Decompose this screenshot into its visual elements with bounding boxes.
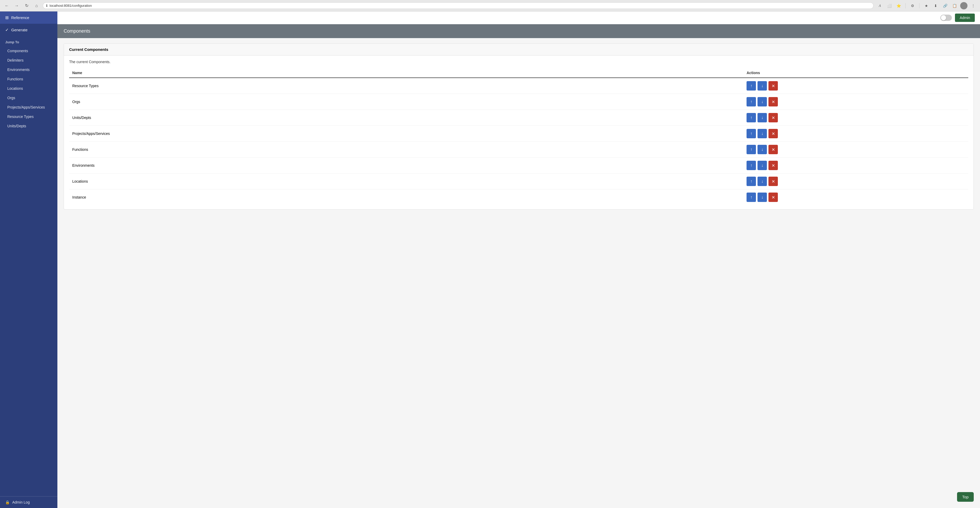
move-up-button[interactable]: ↑ [746, 129, 756, 138]
card-description: The current Components. [69, 60, 968, 64]
component-actions: ↑↓✕ [743, 94, 968, 110]
remove-button[interactable]: ✕ [768, 97, 778, 107]
sidebar: ⊞ Reference ✓ Generate Jump To Component… [0, 11, 57, 508]
move-up-button[interactable]: ↑ [746, 161, 756, 170]
action-buttons: ↑↓✕ [746, 129, 965, 138]
divider-1 [905, 3, 906, 8]
sidebar-bottom: 🔒 Admin Log [0, 496, 57, 508]
sidebar-item-delimiters[interactable]: Delimiters [0, 56, 57, 65]
browser-icon-6[interactable]: ⬇ [932, 2, 939, 10]
url-bar[interactable]: ℹ localhost:8081/configuration [43, 2, 873, 9]
sidebar-item-locations[interactable]: Locations [0, 84, 57, 93]
col-actions-header: Actions [743, 68, 968, 78]
col-name-header: Name [69, 68, 743, 78]
browser-icon-2[interactable]: ⬜ [886, 2, 893, 10]
sidebar-item-components[interactable]: Components [0, 46, 57, 56]
move-down-button[interactable]: ↓ [757, 193, 767, 202]
component-name: Projects/Apps/Services [69, 126, 743, 142]
component-actions: ↑↓✕ [743, 110, 968, 126]
action-buttons: ↑↓✕ [746, 193, 965, 202]
toggle-knob [941, 15, 946, 20]
table-row: Instance↑↓✕ [69, 190, 968, 205]
browser-chrome: ← → ↻ ⌂ ℹ localhost:8081/configuration 𝐴… [0, 0, 980, 11]
component-name: Resource Types [69, 78, 743, 94]
move-down-button[interactable]: ↓ [757, 81, 767, 91]
move-down-button[interactable]: ↓ [757, 161, 767, 170]
sidebar-item-orgs[interactable]: Orgs [0, 93, 57, 102]
move-up-button[interactable]: ↑ [746, 193, 756, 202]
browser-icon-8[interactable]: 📋 [951, 2, 958, 10]
content-body: Current Components The current Component… [57, 38, 980, 215]
move-down-button[interactable]: ↓ [757, 145, 767, 154]
components-table: Name Actions Resource Types↑↓✕Orgs↑↓✕Uni… [69, 68, 968, 205]
main-content: Components Current Components The curren… [57, 24, 980, 508]
action-buttons: ↑↓✕ [746, 97, 965, 107]
component-name: Units/Depts [69, 110, 743, 126]
refresh-button[interactable]: ↻ [23, 2, 30, 10]
browser-icon-7[interactable]: 🔗 [942, 2, 949, 10]
component-actions: ↑↓✕ [743, 142, 968, 158]
sidebar-item-environments[interactable]: Environments [0, 65, 57, 74]
url-text: localhost:8081/configuration [49, 4, 92, 8]
remove-button[interactable]: ✕ [768, 177, 778, 186]
sidebar-item-resource-types[interactable]: Resource Types [0, 112, 57, 121]
admin-button[interactable]: Admin [955, 14, 975, 22]
card-body: The current Components. Name Actions Res… [64, 56, 974, 209]
sidebar-item-generate[interactable]: ✓ Generate [0, 24, 57, 36]
browser-icon-3[interactable]: ⭐ [895, 2, 902, 10]
table-row: Units/Depts↑↓✕ [69, 110, 968, 126]
browser-icon-1[interactable]: 𝐴 [876, 2, 883, 10]
card-header: Current Components [64, 44, 974, 56]
remove-button[interactable]: ✕ [768, 145, 778, 154]
remove-button[interactable]: ✕ [768, 81, 778, 91]
component-actions: ↑↓✕ [743, 190, 968, 205]
move-down-button[interactable]: ↓ [757, 177, 767, 186]
sidebar-item-admin-log[interactable]: 🔒 Admin Log [0, 497, 57, 508]
back-button[interactable]: ← [3, 2, 10, 10]
page-title: Components [57, 24, 980, 38]
jump-to-section: Jump To [0, 36, 57, 46]
action-buttons: ↑↓✕ [746, 113, 965, 123]
move-down-button[interactable]: ↓ [757, 97, 767, 107]
avatar[interactable] [960, 2, 967, 10]
move-up-button[interactable]: ↑ [746, 177, 756, 186]
remove-button[interactable]: ✕ [768, 129, 778, 138]
component-actions: ↑↓✕ [743, 126, 968, 142]
grid-icon: ⊞ [5, 15, 9, 20]
browser-icon-5[interactable]: ★ [923, 2, 930, 10]
component-name: Instance [69, 190, 743, 205]
sidebar-item-functions[interactable]: Functions [0, 74, 57, 84]
forward-button[interactable]: → [13, 2, 20, 10]
top-button[interactable]: Top [957, 492, 974, 502]
action-buttons: ↑↓✕ [746, 81, 965, 91]
remove-button[interactable]: ✕ [768, 161, 778, 170]
dark-mode-toggle[interactable] [940, 14, 952, 21]
browser-icon-4[interactable]: ⚙ [909, 2, 916, 10]
move-up-button[interactable]: ↑ [746, 113, 756, 123]
move-up-button[interactable]: ↑ [746, 145, 756, 154]
move-down-button[interactable]: ↓ [757, 113, 767, 123]
move-up-button[interactable]: ↑ [746, 81, 756, 91]
divider-2 [919, 3, 920, 8]
lock-icon: 🔒 [5, 500, 10, 504]
sidebar-item-reference[interactable]: ⊞ Reference [0, 11, 57, 24]
component-name: Environments [69, 158, 743, 174]
table-row: Projects/Apps/Services↑↓✕ [69, 126, 968, 142]
sidebar-item-projects[interactable]: Projects/Apps/Services [0, 102, 57, 112]
table-row: Locations↑↓✕ [69, 174, 968, 190]
admin-log-label: Admin Log [12, 500, 30, 504]
action-buttons: ↑↓✕ [746, 145, 965, 154]
component-actions: ↑↓✕ [743, 174, 968, 190]
move-down-button[interactable]: ↓ [757, 129, 767, 138]
component-name: Functions [69, 142, 743, 158]
remove-button[interactable]: ✕ [768, 113, 778, 123]
sidebar-item-units[interactable]: Units/Depts [0, 121, 57, 131]
table-row: Functions↑↓✕ [69, 142, 968, 158]
move-up-button[interactable]: ↑ [746, 97, 756, 107]
remove-button[interactable]: ✕ [768, 193, 778, 202]
generate-label: Generate [11, 28, 28, 32]
home-button[interactable]: ⌂ [33, 2, 40, 10]
reference-label: Reference [11, 15, 29, 20]
browser-menu[interactable]: ⋮ [970, 2, 977, 10]
table-row: Environments↑↓✕ [69, 158, 968, 174]
